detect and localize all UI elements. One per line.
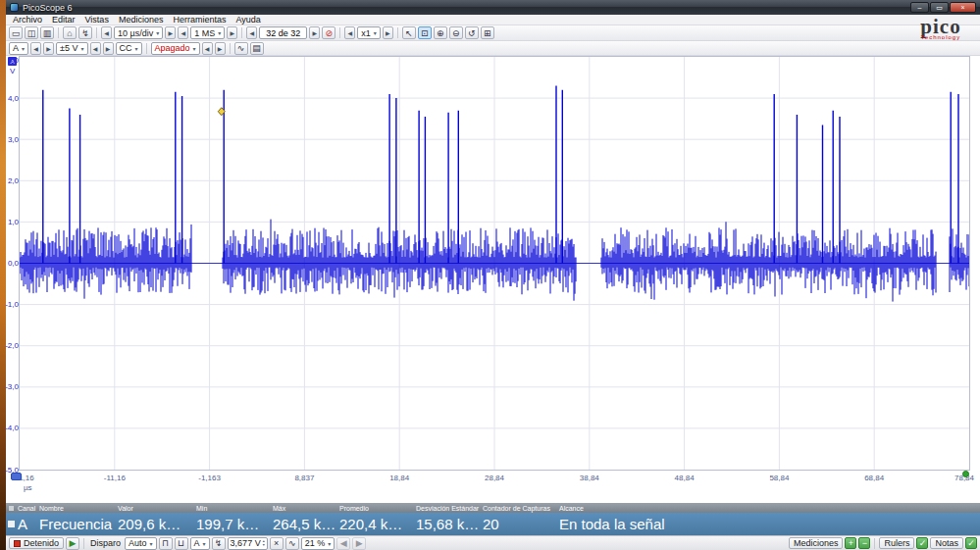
view-chart-icon[interactable]: ▥: [40, 26, 54, 39]
zoom-in-icon[interactable]: ⊕: [434, 26, 447, 39]
add-measurement-icon[interactable]: +: [845, 537, 856, 549]
timebase-select[interactable]: 10 µs/div ▾: [114, 26, 163, 39]
close-button[interactable]: ×: [950, 2, 976, 13]
menu-vistas[interactable]: Vistas: [80, 15, 114, 25]
pointer-tool-icon[interactable]: ↖: [402, 26, 416, 39]
cell-alcance: En toda la señal: [559, 516, 980, 532]
axis-origin-marker[interactable]: [11, 473, 22, 480]
y-axis-label: -1,0: [5, 300, 19, 309]
signal-generator-icon[interactable]: ∿: [234, 42, 248, 55]
pretrigger-select[interactable]: 21 % ▾: [301, 537, 335, 550]
edge-falling-icon[interactable]: ⊔: [175, 537, 188, 550]
maximize-button[interactable]: ▭: [930, 2, 949, 13]
channel-a-select[interactable]: A ▾: [9, 42, 28, 55]
home-icon[interactable]: ⌂: [63, 26, 77, 39]
probes-icon[interactable]: ▤: [250, 42, 264, 55]
zoomfactor-next-button[interactable]: ▶: [383, 26, 393, 39]
zoomfactor-prev-button[interactable]: ◀: [344, 26, 355, 39]
cell-valor: 209,6 k…: [118, 516, 196, 532]
capture-prev-button[interactable]: ◀: [246, 26, 257, 39]
window-controls: – ▭ ×: [910, 2, 976, 13]
y-axis-label: -2,0: [5, 341, 19, 350]
channel-b-select[interactable]: Apagado ▾: [151, 42, 200, 55]
col-canal: Canal: [18, 505, 39, 512]
cell-canal: A: [18, 516, 39, 532]
trigger-channel-select[interactable]: A ▾: [190, 537, 210, 550]
waveform-plot[interactable]: [19, 56, 970, 471]
channel-b-next-button[interactable]: ▶: [215, 42, 226, 55]
view-split-icon[interactable]: ◫: [25, 26, 38, 39]
channel-b-value: Apagado: [155, 43, 190, 53]
toolbar-separator: [58, 27, 59, 38]
notas-toggle-icon[interactable]: ✓: [965, 537, 977, 549]
menu-mediciones[interactable]: Mediciones: [114, 15, 169, 25]
samples-select[interactable]: 1 MS ▾: [190, 26, 225, 39]
zoom-factor-select[interactable]: x1 ▾: [357, 26, 381, 39]
discard-captures-icon[interactable]: ⊘: [322, 26, 335, 39]
caret-down-icon: ▾: [203, 540, 206, 547]
menu-ayuda[interactable]: Ayuda: [231, 15, 265, 25]
x-axis-label: 58,84: [769, 474, 789, 482]
statusbar-separator: [83, 538, 84, 549]
range-select[interactable]: ±5 V ▾: [56, 42, 87, 55]
menu-editar[interactable]: Editar: [47, 15, 80, 25]
x-axis-label: 8,837: [294, 474, 314, 482]
channel-b-prev-button[interactable]: ◀: [202, 42, 213, 55]
spinner-arrows[interactable]: ▴ ▾: [263, 539, 265, 547]
spin-down-icon[interactable]: ▾: [263, 543, 265, 547]
zoom-undo-icon[interactable]: ↺: [465, 26, 479, 39]
trigger-type-icon[interactable]: ↯: [212, 537, 226, 550]
next-buffer-icon[interactable]: ▶: [352, 537, 366, 550]
rulers-toggle-icon[interactable]: ✓: [916, 537, 928, 549]
menu-archivo[interactable]: Archivo: [8, 15, 47, 25]
marquee-zoom-tool-icon[interactable]: ⊡: [418, 26, 432, 39]
remove-measurement-icon[interactable]: −: [858, 537, 870, 549]
range-value: ±5 V: [60, 43, 77, 53]
mediciones-button[interactable]: Mediciones: [789, 537, 844, 549]
trigger-channel-value: A: [194, 538, 200, 548]
capture-next-button[interactable]: ▶: [309, 26, 320, 39]
advanced-trigger-icon[interactable]: ∿: [285, 537, 299, 550]
coupling-next-button[interactable]: ▶: [103, 42, 114, 55]
coupling-select[interactable]: CC ▾: [116, 42, 142, 55]
clear-trigger-icon[interactable]: ×: [270, 537, 284, 550]
notas-button[interactable]: Notas: [930, 537, 963, 549]
x-axis-label: 68,84: [864, 474, 884, 482]
col-desviacion: Desviación Estándar: [416, 505, 483, 512]
toolbar-separator: [230, 43, 231, 54]
timebase-next-button[interactable]: ▶: [165, 26, 176, 39]
timebase-prev-button[interactable]: ◀: [101, 26, 112, 39]
start-capture-icon[interactable]: ▶: [66, 537, 79, 550]
rulers-label: Rulers: [884, 538, 909, 548]
coupling-prev-button[interactable]: ◀: [90, 42, 101, 55]
y-axis-label: -4,0: [5, 424, 19, 432]
trigger-position-dot[interactable]: [962, 471, 969, 477]
toolbar-separator: [146, 43, 147, 54]
auto-setup-icon[interactable]: ↯: [78, 26, 92, 39]
menu-herramientas[interactable]: Herramientas: [168, 15, 231, 25]
trigger-level-spinner[interactable]: 3,677 V ▴ ▾: [228, 537, 268, 550]
samples-prev-button[interactable]: ◀: [178, 26, 188, 39]
range-next-button[interactable]: ▶: [43, 42, 54, 55]
title-bar: PicoScope 6 – ▭ ×: [6, 0, 980, 15]
channels-toolbar: A ▾ ◀ ▶ ±5 V ▾ ◀ ▶ CC ▾ Apagado ▾ ◀ ▶ ∿ …: [6, 41, 980, 56]
col-alcance: Alcance: [559, 505, 980, 512]
y-axis-label: 2,0: [8, 176, 19, 185]
minimize-button[interactable]: –: [910, 2, 929, 13]
measurement-row[interactable]: A Frecuencia 209,6 k… 199,7 k… 264,5 k… …: [6, 513, 980, 535]
view-single-icon[interactable]: ▭: [9, 26, 23, 39]
cell-min: 199,7 k…: [196, 516, 273, 532]
trigger-mode-select[interactable]: Auto ▾: [125, 537, 157, 550]
rulers-button[interactable]: Rulers: [879, 537, 914, 549]
prev-buffer-icon[interactable]: ◀: [336, 537, 350, 550]
caret-down-icon: ▾: [156, 29, 159, 36]
range-prev-button[interactable]: ◀: [30, 42, 41, 55]
caret-down-icon: ▾: [374, 29, 377, 36]
edge-rising-icon[interactable]: ⊓: [159, 537, 173, 550]
toolbar-separator: [96, 27, 97, 38]
y-axis-label: 3,0: [8, 135, 19, 144]
samples-next-button[interactable]: ▶: [227, 26, 237, 39]
run-stop-button[interactable]: Detenido: [9, 537, 64, 549]
zoom-out-icon[interactable]: ⊖: [449, 26, 463, 39]
pan-tool-icon[interactable]: ⊞: [481, 26, 494, 39]
